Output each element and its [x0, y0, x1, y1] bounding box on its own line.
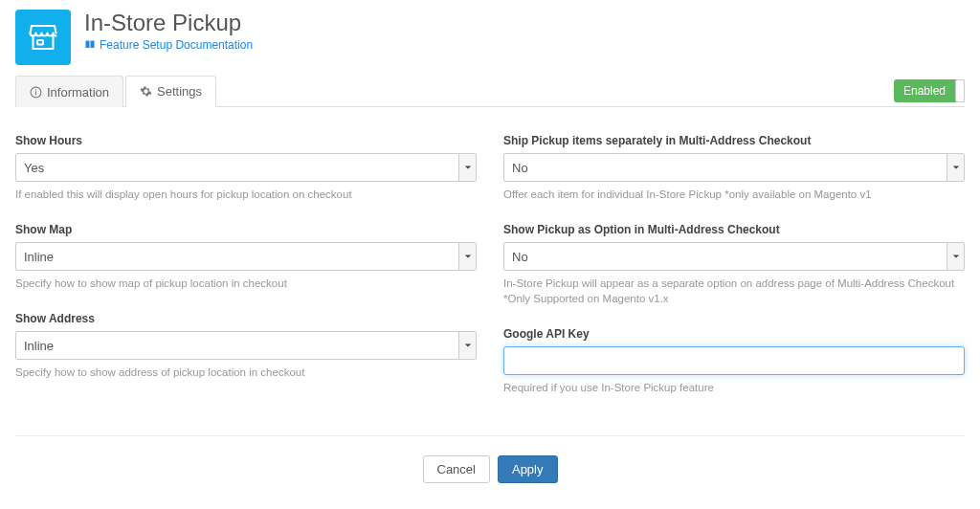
- select-show-address-value: Inline: [24, 339, 54, 353]
- help-ship-separately: Offer each item for individual In-Store …: [503, 187, 965, 202]
- chevron-down-icon: [458, 243, 476, 270]
- info-icon: [30, 86, 42, 99]
- label-show-map: Show Map: [15, 223, 477, 236]
- tab-bar: Information Settings Enabled: [15, 75, 965, 107]
- doc-link[interactable]: Feature Setup Documentation: [84, 38, 253, 52]
- tab-settings-label: Settings: [157, 84, 202, 99]
- select-show-map-value: Inline: [24, 250, 54, 264]
- gear-icon: [140, 85, 152, 98]
- label-show-pickup-option: Show Pickup as Option in Multi-Address C…: [503, 223, 965, 236]
- apply-button[interactable]: Apply: [498, 455, 558, 483]
- chevron-down-icon: [947, 154, 964, 181]
- page-header: In-Store Pickup Feature Setup Documentat…: [15, 10, 965, 65]
- enabled-toggle[interactable]: Enabled: [894, 79, 965, 102]
- page-title: In-Store Pickup: [84, 10, 253, 36]
- toggle-knob: [955, 79, 965, 102]
- tab-information-label: Information: [47, 85, 109, 100]
- svg-rect-2: [35, 91, 36, 95]
- store-icon: [15, 10, 71, 65]
- input-google-api-key[interactable]: [503, 346, 965, 375]
- select-show-pickup-option-value: No: [512, 250, 528, 264]
- field-show-pickup-option: Show Pickup as Option in Multi-Address C…: [503, 223, 965, 306]
- label-show-hours: Show Hours: [15, 134, 477, 147]
- label-ship-separately: Ship Pickup items separately in Multi-Ad…: [503, 134, 965, 147]
- tab-information[interactable]: Information: [15, 76, 123, 107]
- select-show-hours-value: Yes: [24, 161, 44, 175]
- chevron-down-icon: [947, 243, 964, 270]
- svg-rect-3: [35, 89, 36, 90]
- select-show-map[interactable]: Inline: [15, 242, 477, 271]
- help-show-hours: If enabled this will display open hours …: [15, 187, 477, 202]
- select-ship-separately-value: No: [512, 161, 528, 175]
- svg-rect-0: [37, 40, 43, 45]
- help-show-pickup-option: In-Store Pickup will appear as a separat…: [503, 276, 965, 306]
- field-show-hours: Show Hours Yes If enabled this will disp…: [15, 134, 477, 202]
- help-google-api-key: Required if you use In-Store Pickup feat…: [503, 380, 965, 395]
- label-show-address: Show Address: [15, 312, 477, 325]
- form-col-right: Ship Pickup items separately in Multi-Ad…: [503, 134, 965, 416]
- enabled-toggle-label: Enabled: [894, 84, 955, 98]
- form-actions: Cancel Apply: [15, 436, 965, 483]
- field-ship-separately: Ship Pickup items separately in Multi-Ad…: [503, 134, 965, 202]
- form-col-left: Show Hours Yes If enabled this will disp…: [15, 134, 477, 416]
- settings-form: Show Hours Yes If enabled this will disp…: [15, 107, 965, 436]
- cancel-button[interactable]: Cancel: [423, 455, 490, 483]
- label-google-api-key: Google API Key: [503, 327, 965, 341]
- help-show-map: Specify how to show map of pickup locati…: [15, 276, 477, 291]
- book-icon: [84, 39, 96, 51]
- select-show-address[interactable]: Inline: [15, 331, 477, 360]
- field-show-map: Show Map Inline Specify how to show map …: [15, 223, 477, 291]
- tab-settings[interactable]: Settings: [125, 76, 216, 107]
- select-show-pickup-option[interactable]: No: [503, 242, 965, 271]
- help-show-address: Specify how to show address of pickup lo…: [15, 365, 477, 380]
- field-google-api-key: Google API Key Required if you use In-St…: [503, 327, 965, 395]
- field-show-address: Show Address Inline Specify how to show …: [15, 312, 477, 380]
- chevron-down-icon: [458, 332, 476, 359]
- doc-link-label: Feature Setup Documentation: [100, 38, 253, 52]
- select-ship-separately[interactable]: No: [503, 153, 965, 182]
- select-show-hours[interactable]: Yes: [15, 153, 477, 182]
- chevron-down-icon: [458, 154, 476, 181]
